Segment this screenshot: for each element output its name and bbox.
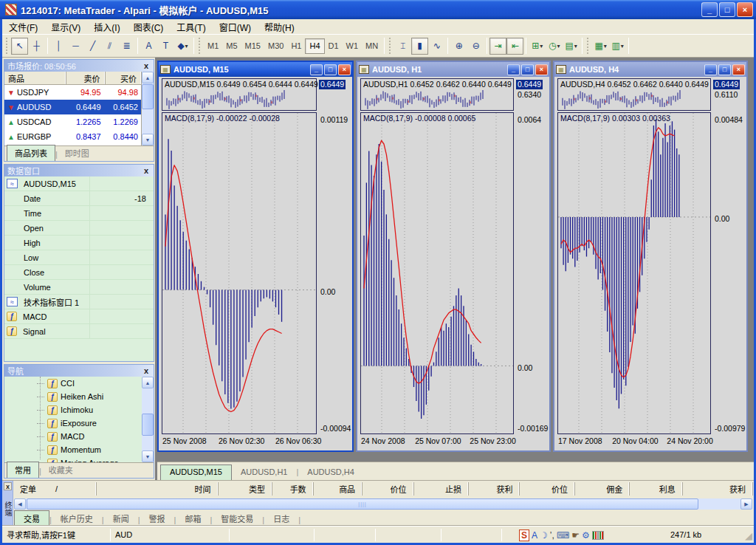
column-header-卖价[interactable]: 卖价 — [66, 72, 104, 84]
chart-window-audusd-h1[interactable]: ▦ AUDUSD, H1 _ □ × AUDUSD,H1 0.6452 0.64… — [356, 61, 551, 452]
tab-common[interactable]: 常用 — [7, 462, 39, 478]
scrollbar-thumb[interactable] — [142, 414, 154, 436]
nav-item-iexposure[interactable]: ƒiExposure — [4, 417, 142, 430]
close-icon[interactable]: x — [142, 166, 151, 175]
market-row-audusd[interactable]: ▼AUDUSD0.64490.6452 — [4, 100, 141, 114]
tab-trade[interactable]: 交易 — [14, 510, 49, 527]
timeframe-m5[interactable]: M5 — [222, 38, 241, 54]
column-header-手数-2[interactable]: 手数 — [272, 482, 313, 496]
close-icon[interactable]: x — [142, 61, 151, 70]
market-row-usdcad[interactable]: ▲USDCAD1.22651.2269 — [4, 114, 141, 129]
column-header-时间-0[interactable]: 时间 — [96, 482, 218, 496]
chart-titlebar[interactable]: ▦ AUDUSD, M15 _ □ × — [159, 62, 352, 77]
timeframe-w1[interactable]: W1 — [343, 38, 362, 54]
text-icon[interactable]: A — [140, 38, 157, 55]
dropdown-arrow-icon[interactable]: ▾ — [557, 43, 560, 49]
chart-window-audusd-m15[interactable]: ▦ AUDUSD, M15 _ □ × AUDUSD,M15 0.6449 0.… — [157, 61, 354, 452]
column-header-价位-4[interactable]: 价位 — [362, 482, 413, 496]
periods-icon[interactable]: ◷▾ — [546, 38, 563, 55]
close-button[interactable]: × — [737, 2, 753, 17]
maximize-button[interactable]: □ — [324, 64, 337, 75]
column-header-商品-3[interactable]: 商品 — [313, 482, 362, 496]
nav-item-momentum[interactable]: ƒMomentum — [4, 443, 142, 456]
indicators-icon[interactable]: ▤▾ — [563, 38, 580, 55]
tab-tick-chart[interactable]: 即时图 — [58, 145, 97, 161]
maximize-button[interactable]: □ — [719, 2, 735, 17]
crosshair-icon[interactable]: ┼ — [28, 38, 45, 55]
market-row-eurgbp[interactable]: ▲EURGBP0.84370.8440 — [4, 129, 141, 144]
chart-tab-audusd-h1[interactable]: AUDUSD,H1 — [232, 465, 297, 480]
menu-item-window[interactable]: 窗口(W) — [213, 19, 258, 35]
tab-account-history[interactable]: 帐户历史 — [52, 511, 102, 527]
minimize-button[interactable]: _ — [310, 64, 323, 75]
chart-titlebar[interactable]: ▦ AUDUSD, H1 _ □ × — [357, 62, 549, 77]
scroll-down-icon[interactable]: ▼ — [142, 450, 154, 462]
wrench-icon[interactable]: ⚙ — [582, 530, 590, 541]
scroll-down-icon[interactable]: ▼ — [142, 134, 154, 145]
terminal-scrollbar[interactable]: ◀ ▶ — [14, 498, 752, 510]
tab-symbols[interactable]: 商品列表 — [7, 145, 55, 161]
chart-shift-icon[interactable]: ⇤ — [506, 38, 523, 55]
menu-item-insert[interactable]: 插入(I) — [87, 19, 126, 35]
menu-item-file[interactable]: 文件(F) — [2, 19, 44, 35]
column-header-获利-6[interactable]: 获利 — [468, 482, 519, 496]
scroll-up-icon[interactable]: ▲ — [142, 72, 154, 83]
close-icon[interactable]: x — [142, 366, 151, 375]
ime-punct-icon[interactable]: ’, — [550, 530, 554, 541]
arrows-icon[interactable]: ◆▾ — [174, 38, 191, 55]
minimize-button[interactable]: _ — [507, 64, 520, 75]
text-label-icon[interactable]: T — [157, 38, 174, 55]
scroll-right-icon[interactable]: ▶ — [740, 498, 752, 510]
timeframe-mn[interactable]: MN — [362, 38, 382, 54]
minimize-button[interactable]: _ — [704, 64, 717, 75]
navigator-titlebar[interactable]: 导航 x — [4, 365, 154, 377]
tab-favorites[interactable]: 收藏夹 — [41, 462, 80, 478]
trendline-icon[interactable]: ╱ — [84, 38, 101, 55]
bar-chart-icon[interactable]: ⌶ — [394, 38, 411, 55]
market-watch-titlebar[interactable]: 市场报价: 08:50:56 x — [4, 60, 154, 72]
menu-item-help[interactable]: 帮助(H) — [258, 19, 301, 35]
close-icon[interactable]: x — [4, 482, 12, 490]
menu-item-view[interactable]: 显示(V) — [44, 19, 87, 35]
column-header-获利-10[interactable]: 获利 — [682, 482, 752, 496]
minimize-button[interactable]: _ — [701, 2, 718, 17]
dropdown-arrow-icon[interactable]: ▾ — [604, 43, 607, 49]
timeframe-d1[interactable]: D1 — [325, 38, 343, 54]
hand-icon[interactable]: ☛ — [571, 530, 580, 541]
ime-moon-icon[interactable]: ☽ — [540, 530, 548, 541]
menu-item-tools[interactable]: 工具(T) — [170, 19, 212, 35]
close-button[interactable]: × — [732, 64, 745, 75]
title-bar[interactable]: 1214017: MetaTrader - Alpari - 模拟帐户 - AU… — [0, 0, 756, 19]
timeframe-h1[interactable]: H1 — [287, 38, 305, 54]
chart-tab-audusd-h4[interactable]: AUDUSD,H4 — [298, 465, 363, 480]
profiles-icon[interactable]: ▥▾ — [609, 38, 626, 55]
column-header-价位-7[interactable]: 价位 — [519, 482, 574, 496]
nav-item-ichimoku[interactable]: ƒIchimoku — [4, 403, 142, 417]
market-row-usdjpy[interactable]: ▼USDJPY94.9594.98 — [4, 85, 141, 100]
column-header-order[interactable]: 定单/ — [14, 482, 96, 496]
lang-s-icon[interactable]: S — [519, 529, 529, 541]
close-button[interactable]: × — [535, 64, 548, 75]
new-chart-icon[interactable]: ▦▾ — [592, 38, 609, 55]
timeframe-m30[interactable]: M30 — [264, 38, 287, 54]
timeframe-m1[interactable]: M1 — [204, 38, 222, 54]
column-header-利息-9[interactable]: 利息 — [629, 482, 681, 496]
dropdown-arrow-icon[interactable]: ▾ — [621, 43, 624, 49]
navigator-scrollbar[interactable]: ▲ ▼ — [142, 377, 154, 462]
tab-expert-advisors[interactable]: 智能交易 — [212, 511, 262, 527]
close-button[interactable]: × — [338, 64, 351, 75]
fibonacci-icon[interactable]: ≣ — [118, 38, 135, 55]
tab-journal[interactable]: 日志 — [264, 511, 298, 527]
tab-mailbox[interactable]: 邮箱 — [176, 511, 210, 527]
nav-item-heiken-ashi[interactable]: ƒHeiken Ashi — [4, 390, 142, 403]
timeframe-m15[interactable]: M15 — [241, 38, 264, 54]
zoom-out-icon[interactable]: ⊖ — [467, 38, 484, 55]
dropdown-arrow-icon[interactable]: ▾ — [540, 43, 543, 49]
vertical-line-icon[interactable]: │ — [50, 38, 67, 55]
maximize-button[interactable]: □ — [718, 64, 731, 75]
equidistant-channel-icon[interactable]: ⫽ — [101, 38, 118, 55]
column-header-止损-5[interactable]: 止损 — [413, 482, 468, 496]
column-header-买价[interactable]: 买价 — [105, 72, 142, 84]
nav-item-cci[interactable]: ƒCCI — [4, 377, 142, 390]
candlestick-chart-icon[interactable]: ▮ — [411, 38, 428, 55]
